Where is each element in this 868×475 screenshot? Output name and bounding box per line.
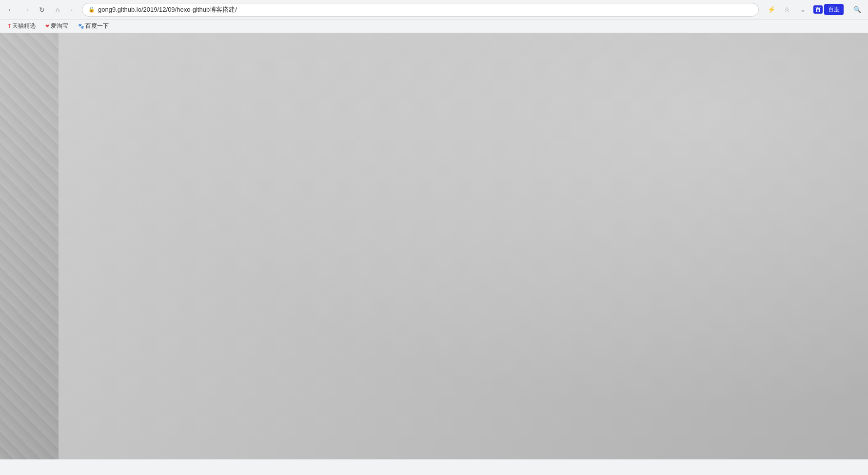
- browser-actions: ⚡ ☆ ⌄ 百 百度 🔍: [765, 3, 864, 17]
- home-button[interactable]: ⌂: [51, 3, 64, 17]
- background-right: [59, 33, 868, 459]
- bookmark-taobao-label: 爱淘宝: [51, 22, 68, 30]
- lock-icon: 🔒: [88, 6, 95, 13]
- tmall-icon: T: [8, 23, 11, 29]
- taobao-icon: ❤: [45, 23, 49, 29]
- address-bar[interactable]: 🔒 gong9.github.io/2019/12/09/hexo-github…: [82, 3, 759, 17]
- back-button[interactable]: ←: [4, 3, 18, 17]
- collections-button[interactable]: ⌄: [796, 3, 809, 17]
- bookmark-baidu-label: 百度一下: [85, 22, 109, 30]
- bookmark-tmall[interactable]: T 天猫精选: [4, 20, 39, 32]
- bookmark-baidu[interactable]: 🐾 百度一下: [74, 20, 113, 32]
- search-button[interactable]: 🔍: [850, 3, 864, 17]
- bookmark-star-button[interactable]: ☆: [780, 3, 794, 17]
- bookmarks-bar: T 天猫精选 ❤ 爱淘宝 🐾 百度一下: [0, 20, 868, 33]
- navigation-bar: ← → ↻ ⌂ ← 🔒 gong9.github.io/2019/12/09/h…: [0, 0, 868, 20]
- forward-button[interactable]: →: [20, 3, 33, 17]
- page-container: 宫家小屋 🏠 首页 ▦ 归档 文章目录 站点概览: [0, 33, 868, 459]
- refresh-button[interactable]: ↻: [35, 3, 49, 17]
- lightning-button[interactable]: ⚡: [765, 3, 778, 17]
- bookmark-taobao[interactable]: ❤ 爱淘宝: [41, 20, 72, 32]
- url-text: gong9.github.io/2019/12/09/hexo-github博客…: [98, 5, 237, 14]
- baidu-search-button[interactable]: 百度: [824, 4, 844, 15]
- baidu-bookmark-icon: 🐾: [78, 23, 84, 29]
- background-left: [0, 33, 59, 459]
- history-back-button[interactable]: ←: [66, 3, 80, 17]
- browser-window: ← → ↻ ⌂ ← 🔒 gong9.github.io/2019/12/09/h…: [0, 0, 868, 475]
- baidu-icon: 百: [813, 5, 823, 14]
- bookmark-tmall-label: 天猫精选: [12, 22, 36, 30]
